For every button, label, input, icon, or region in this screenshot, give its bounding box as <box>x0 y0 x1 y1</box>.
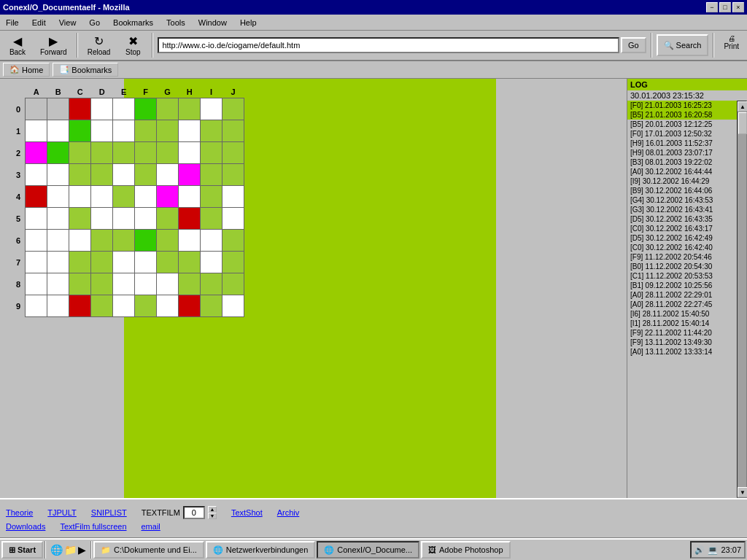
textshot-link[interactable]: TextShot <box>231 508 263 517</box>
cell-9-8[interactable] <box>201 295 222 317</box>
log-entry[interactable]: [A0] 28.11.2002 22:27:45 <box>627 300 737 309</box>
cell-9-9[interactable] <box>222 295 244 317</box>
cell-6-5[interactable] <box>135 230 157 252</box>
log-entry[interactable]: [F0] 17.01.2003 12:50:32 <box>627 129 737 139</box>
log-entry[interactable]: [G4] 30.12.2002 16:43:53 <box>627 195 737 205</box>
cell-4-1[interactable] <box>47 186 69 208</box>
cell-6-6[interactable] <box>157 230 179 252</box>
quicklaunch-icon-1[interactable]: 🌐 <box>50 544 63 556</box>
maximize-button[interactable]: □ <box>719 2 731 12</box>
cell-8-6[interactable] <box>157 273 179 295</box>
sniplist-link[interactable]: SNIPLIST <box>91 508 127 517</box>
taskbar-item-explorer[interactable]: 📁 C:\Dokumente und Ei... <box>93 541 204 559</box>
scroll-down-button[interactable]: ▼ <box>738 487 747 497</box>
cell-1-0[interactable] <box>26 120 47 142</box>
cell-7-4[interactable] <box>113 252 135 273</box>
go-button[interactable]: Go <box>621 37 646 53</box>
taskbar-item-mozilla[interactable]: 🌐 ConexI/O_Docume... <box>317 541 419 559</box>
cell-3-9[interactable] <box>222 164 244 186</box>
menu-edit[interactable]: Edit <box>29 18 49 28</box>
cell-7-8[interactable] <box>201 252 222 273</box>
quicklaunch-icon-2[interactable]: 📁 <box>64 544 77 556</box>
cell-8-2[interactable] <box>69 273 91 295</box>
cell-5-6[interactable] <box>157 208 179 230</box>
start-button[interactable]: ⊞ Start <box>1 541 43 559</box>
cell-2-5[interactable] <box>135 142 157 164</box>
cell-5-7[interactable] <box>179 208 201 230</box>
cell-1-5[interactable] <box>135 120 157 142</box>
log-entry[interactable]: [A0] 30.12.2002 16:44:44 <box>627 167 737 176</box>
search-button[interactable]: 🔍 Search <box>657 34 709 56</box>
cell-9-1[interactable] <box>47 295 69 317</box>
cell-7-2[interactable] <box>69 252 91 273</box>
cell-2-1[interactable] <box>47 142 69 164</box>
cell-9-0[interactable] <box>26 295 47 317</box>
log-entry[interactable]: [C0] 30.12.2002 16:42:40 <box>627 243 737 252</box>
log-entry[interactable]: [H9] 08.01.2003 23:07:17 <box>627 148 737 158</box>
cell-8-5[interactable] <box>135 273 157 295</box>
taskbar-item-network[interactable]: 🌐 Netzwerkverbindungen <box>206 541 316 559</box>
email-link[interactable]: email <box>142 522 160 531</box>
menu-tools[interactable]: Tools <box>163 18 188 28</box>
cell-6-4[interactable] <box>113 230 135 252</box>
cell-3-1[interactable] <box>47 164 69 186</box>
cell-4-0[interactable] <box>26 186 47 208</box>
log-entry[interactable]: [B5] 20.01.2003 12:12:25 <box>627 120 737 129</box>
log-entry[interactable]: [D5] 30.12.2002 16:42:49 <box>627 233 737 243</box>
theorie-link[interactable]: Theorie <box>6 508 33 517</box>
cell-1-8[interactable] <box>201 120 222 142</box>
downloads-link[interactable]: Downloads <box>6 522 45 531</box>
cell-6-7[interactable] <box>179 230 201 252</box>
cell-1-7[interactable] <box>179 120 201 142</box>
cell-9-3[interactable] <box>91 295 113 317</box>
cell-0-5[interactable] <box>135 98 157 120</box>
cell-2-4[interactable] <box>113 142 135 164</box>
reload-button[interactable]: ↻ Reload <box>82 32 116 58</box>
cell-3-5[interactable] <box>135 164 157 186</box>
cell-4-9[interactable] <box>222 186 244 208</box>
textfilm-input[interactable] <box>183 506 205 519</box>
cell-6-2[interactable] <box>69 230 91 252</box>
log-entry[interactable]: [G3] 30.12.2002 16:43:41 <box>627 205 737 214</box>
quicklaunch-icon-3[interactable]: ▶ <box>78 544 86 556</box>
log-entry[interactable]: [I6] 28.11.2002 15:40:50 <box>627 309 737 319</box>
cell-6-8[interactable] <box>201 230 222 252</box>
cell-4-5[interactable] <box>135 186 157 208</box>
cell-5-4[interactable] <box>113 208 135 230</box>
cell-8-9[interactable] <box>222 273 244 295</box>
print-button[interactable]: 🖨 Print <box>719 32 744 58</box>
cell-7-3[interactable] <box>91 252 113 273</box>
cell-2-2[interactable] <box>69 142 91 164</box>
cell-1-1[interactable] <box>47 120 69 142</box>
cell-6-1[interactable] <box>47 230 69 252</box>
cell-5-9[interactable] <box>222 208 244 230</box>
bookmarks-tab[interactable]: 📑 Bookmarks <box>53 63 118 77</box>
menu-window[interactable]: Window <box>196 18 230 28</box>
cell-4-2[interactable] <box>69 186 91 208</box>
cell-3-6[interactable] <box>157 164 179 186</box>
log-entry[interactable]: [F9] 13.11.2002 13:49:30 <box>627 338 737 347</box>
cell-9-5[interactable] <box>135 295 157 317</box>
cell-1-4[interactable] <box>113 120 135 142</box>
cell-2-0[interactable] <box>26 142 47 164</box>
cell-8-7[interactable] <box>179 273 201 295</box>
cell-5-5[interactable] <box>135 208 157 230</box>
cell-6-9[interactable] <box>222 230 244 252</box>
cell-5-8[interactable] <box>201 208 222 230</box>
minimize-button[interactable]: − <box>706 2 718 12</box>
cell-8-8[interactable] <box>201 273 222 295</box>
menu-go[interactable]: Go <box>86 18 103 28</box>
cell-5-1[interactable] <box>47 208 69 230</box>
cell-0-6[interactable] <box>157 98 179 120</box>
log-entry[interactable]: [I9] 30.12.2002 16:44:29 <box>627 176 737 186</box>
cell-7-0[interactable] <box>26 252 47 273</box>
log-scroll[interactable]: [F0] 21.01.2003 16:25:23[B5] 21.01.2003 … <box>627 101 737 498</box>
cell-2-6[interactable] <box>157 142 179 164</box>
spinner-up[interactable]: ▲ <box>208 506 217 513</box>
cell-5-0[interactable] <box>26 208 47 230</box>
log-entry[interactable]: [B5] 21.01.2003 16:20:58 <box>627 110 737 120</box>
cell-9-7[interactable] <box>179 295 201 317</box>
cell-3-4[interactable] <box>113 164 135 186</box>
menu-help[interactable]: Help <box>237 18 260 28</box>
cell-3-0[interactable] <box>26 164 47 186</box>
